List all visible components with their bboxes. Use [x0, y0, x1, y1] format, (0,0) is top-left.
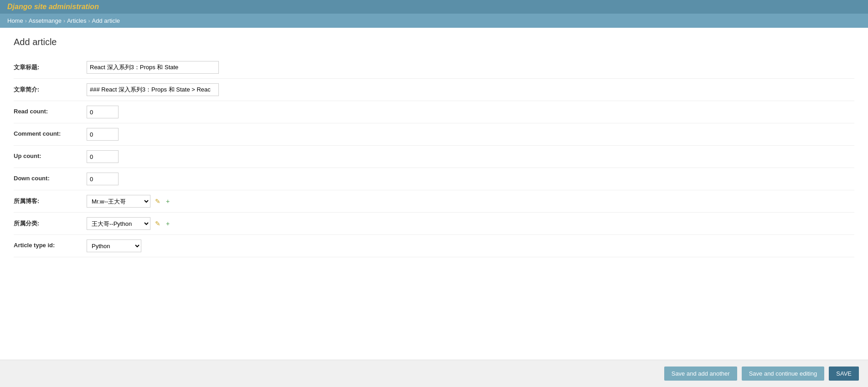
- breadcrumb-add-article: Add article: [92, 17, 120, 24]
- blogger-add-button[interactable]: +: [165, 198, 170, 205]
- comment-count-input[interactable]: [87, 128, 119, 141]
- form-row-title: 文章标题:: [14, 56, 854, 79]
- form-row-read-count: Read count:: [14, 101, 854, 123]
- article-type-field: Python: [87, 239, 141, 252]
- form-row-category: 所属分类: 王大哥--Python ✎ +: [14, 213, 854, 235]
- up-count-label: Up count:: [14, 150, 87, 159]
- breadcrumb-sep-1: ›: [25, 18, 27, 24]
- down-count-field: [87, 173, 119, 185]
- blogger-select[interactable]: Mr.w--王大哥: [87, 195, 150, 208]
- down-count-input[interactable]: [87, 173, 119, 185]
- article-title-field: [87, 61, 219, 74]
- up-count-field: [87, 150, 119, 163]
- form-row-blogger: 所属博客: Mr.w--王大哥 ✎ +: [14, 190, 854, 213]
- blogger-label: 所属博客:: [14, 195, 87, 205]
- form-row-down-count: Down count:: [14, 168, 854, 190]
- up-count-input[interactable]: [87, 150, 119, 163]
- down-count-label: Down count:: [14, 173, 87, 182]
- page-title: Add article: [14, 37, 854, 47]
- site-title: Django site administration: [7, 3, 99, 11]
- comment-count-field: [87, 128, 119, 141]
- breadcrumb-articles[interactable]: Articles: [67, 17, 87, 24]
- save-and-continue-button[interactable]: Save and continue editing: [742, 367, 825, 378]
- article-form: 文章标题: 文章简介: Read count: Comment count:: [14, 56, 854, 257]
- category-edit-button[interactable]: ✎: [154, 220, 161, 227]
- site-header: Django site administration: [0, 0, 868, 14]
- read-count-label: Read count:: [14, 106, 87, 115]
- form-row-article-type: Article type id: Python: [14, 235, 854, 257]
- breadcrumb-sep-3: ›: [88, 18, 90, 24]
- article-summary-label: 文章简介:: [14, 83, 87, 94]
- category-add-button[interactable]: +: [165, 220, 170, 227]
- article-title-label: 文章标题:: [14, 61, 87, 71]
- comment-count-label: Comment count:: [14, 128, 87, 137]
- read-count-input[interactable]: [87, 106, 119, 118]
- save-button[interactable]: SAVE: [829, 367, 859, 378]
- form-row-comment-count: Comment count:: [14, 123, 854, 146]
- category-label: 所属分类:: [14, 217, 87, 228]
- breadcrumb-sep-2: ›: [63, 18, 65, 24]
- category-field: 王大哥--Python ✎ +: [87, 217, 170, 230]
- breadcrumb-home[interactable]: Home: [7, 17, 23, 24]
- breadcrumb-assetmange[interactable]: Assetmange: [29, 17, 62, 24]
- blogger-edit-button[interactable]: ✎: [154, 198, 161, 205]
- main-content: Add article 文章标题: 文章简介: Read count: Comm…: [0, 28, 868, 378]
- category-select[interactable]: 王大哥--Python: [87, 217, 150, 230]
- save-and-add-button[interactable]: Save and add another: [664, 367, 737, 378]
- breadcrumb: Home › Assetmange › Articles › Add artic…: [0, 14, 868, 28]
- article-summary-field: [87, 83, 219, 96]
- article-summary-input[interactable]: [87, 83, 219, 96]
- read-count-field: [87, 106, 119, 118]
- footer-bar: Save and add another Save and continue e…: [0, 360, 868, 378]
- form-row-summary: 文章简介:: [14, 79, 854, 101]
- blogger-field: Mr.w--王大哥 ✎ +: [87, 195, 170, 208]
- form-row-up-count: Up count:: [14, 146, 854, 168]
- article-title-input[interactable]: [87, 61, 219, 74]
- article-type-select[interactable]: Python: [87, 239, 141, 252]
- article-type-label: Article type id:: [14, 239, 87, 249]
